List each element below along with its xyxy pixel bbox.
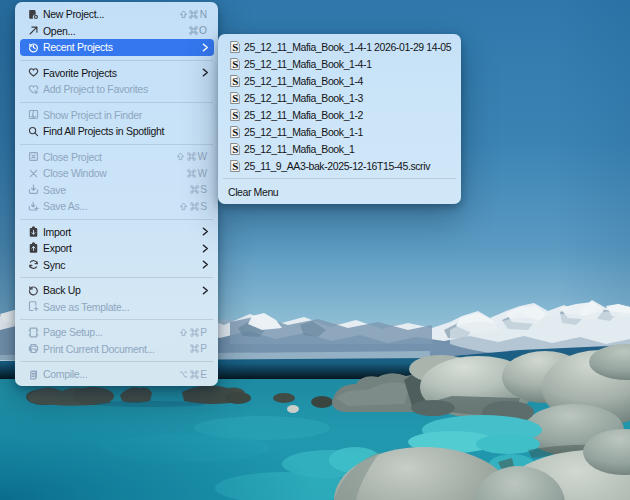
svg-text:S: S — [232, 58, 238, 70]
svg-text:S: S — [232, 41, 238, 53]
svg-text:S: S — [232, 109, 238, 121]
svg-text:S: S — [232, 92, 238, 104]
svg-text:S: S — [232, 143, 238, 155]
svg-text:S: S — [232, 160, 238, 172]
svg-text:S: S — [232, 75, 238, 87]
svg-text:S: S — [232, 126, 238, 138]
